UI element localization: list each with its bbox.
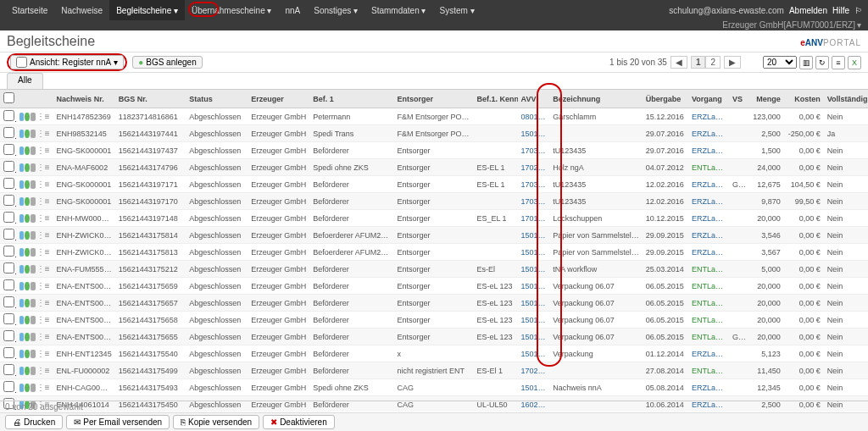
columns-icon[interactable]: ▥ bbox=[799, 56, 813, 69]
col-header[interactable]: Entsorger bbox=[393, 90, 473, 108]
table-row[interactable]: ⋮≡ENG-SK00000115621443197170Abgeschlosse… bbox=[0, 193, 868, 210]
doc-icon[interactable] bbox=[19, 265, 25, 274]
row-checkbox[interactable] bbox=[3, 178, 14, 189]
status-icon[interactable] bbox=[25, 180, 30, 189]
col-header[interactable]: Vollständig abgerechnet bbox=[824, 90, 868, 108]
doc-icon[interactable] bbox=[19, 214, 25, 223]
doc-icon[interactable] bbox=[19, 163, 25, 172]
table-row[interactable]: ⋮≡ENA-ENTS000315621443175659Abgeschlosse… bbox=[0, 278, 868, 295]
row-checkbox[interactable] bbox=[3, 279, 14, 290]
status-icon[interactable] bbox=[25, 350, 30, 358]
pager-next[interactable]: ▶ bbox=[724, 56, 741, 69]
flag-icon[interactable]: 🏳 bbox=[854, 6, 863, 15]
doc-icon[interactable] bbox=[19, 299, 25, 307]
table-row[interactable]: ⋮≡ENH9853214515621443197441Abgeschlossen… bbox=[0, 125, 868, 142]
table-row[interactable]: ⋮≡ENA-MAF600215621443174796Abgeschlossen… bbox=[0, 159, 868, 176]
col-header[interactable]: Erzeuger bbox=[248, 90, 309, 108]
menu-icon[interactable] bbox=[31, 248, 36, 257]
menu-icon[interactable] bbox=[31, 197, 36, 206]
col-header[interactable]: Übergabe bbox=[643, 90, 688, 108]
menu-icon[interactable] bbox=[31, 146, 36, 155]
menu-icon[interactable] bbox=[31, 163, 36, 172]
col-header[interactable]: Kosten bbox=[784, 90, 824, 108]
doc-icon[interactable] bbox=[19, 146, 25, 155]
col-header[interactable] bbox=[0, 90, 16, 108]
view-toggle[interactable]: Ansicht: Register nnA▾ bbox=[10, 55, 124, 69]
table-row[interactable]: ⋮≡ENG-SK00000115621443197437Abgeschlosse… bbox=[0, 142, 868, 159]
col-header[interactable]: AVV bbox=[518, 90, 550, 108]
status-icon[interactable] bbox=[25, 333, 30, 341]
nav-system[interactable]: System ▾ bbox=[432, 0, 481, 20]
status-icon[interactable] bbox=[25, 248, 30, 257]
doc-icon[interactable] bbox=[19, 384, 25, 392]
menu-icon[interactable] bbox=[31, 231, 36, 240]
table-row[interactable]: ⋮≡ENA-ENTS000315621443175658Abgeschlosse… bbox=[0, 312, 868, 329]
row-checkbox[interactable] bbox=[3, 246, 14, 257]
table-row[interactable]: ⋮≡ENH-ENT1234515621443175540Abgeschlosse… bbox=[0, 345, 868, 362]
menu-icon[interactable] bbox=[31, 316, 36, 324]
table-row[interactable]: ⋮≡ENG-SK00000115621443197171Abgeschlosse… bbox=[0, 176, 868, 193]
table-row[interactable]: ⋮≡ENH-CAG0000115621443175493Abgeschlosse… bbox=[0, 379, 868, 396]
export-icon[interactable]: X bbox=[848, 56, 861, 69]
help-link[interactable]: Hilfe bbox=[832, 6, 849, 15]
tab-alle[interactable]: Alle bbox=[7, 73, 43, 89]
status-icon[interactable] bbox=[25, 130, 30, 138]
email-button[interactable]: ✉Per Email versenden bbox=[66, 415, 170, 429]
more-icon[interactable]: ⋮≡ bbox=[36, 298, 50, 307]
col-header[interactable]: Bezeichnung bbox=[549, 90, 643, 108]
more-icon[interactable]: ⋮≡ bbox=[36, 315, 50, 324]
doc-icon[interactable] bbox=[19, 113, 25, 121]
table-row[interactable]: ⋮≡ENH14785236911823714816861Abgeschlosse… bbox=[0, 108, 868, 125]
list-icon[interactable]: ≡ bbox=[832, 56, 845, 69]
page-size-select[interactable]: 20 bbox=[763, 56, 797, 69]
more-icon[interactable]: ⋮≡ bbox=[36, 230, 50, 240]
more-icon[interactable]: ⋮≡ bbox=[36, 112, 50, 121]
more-icon[interactable]: ⋮≡ bbox=[36, 180, 50, 189]
nav-sonstiges[interactable]: Sonstiges ▾ bbox=[307, 0, 364, 20]
more-icon[interactable]: ⋮≡ bbox=[36, 264, 50, 274]
view-checkbox[interactable] bbox=[16, 57, 27, 68]
deactivate-button[interactable]: ✖Deaktivieren bbox=[263, 415, 335, 429]
row-checkbox[interactable] bbox=[3, 262, 14, 274]
pager-prev[interactable]: ◀ bbox=[670, 56, 687, 69]
more-icon[interactable]: ⋮≡ bbox=[36, 383, 50, 392]
more-icon[interactable]: ⋮≡ bbox=[36, 281, 50, 290]
menu-icon[interactable] bbox=[31, 265, 36, 274]
pager-page-1[interactable]: 1 bbox=[691, 56, 706, 69]
col-header[interactable]: Bef.1. Kennz. bbox=[473, 90, 517, 108]
nav-nna[interactable]: nnA bbox=[279, 0, 308, 20]
col-header[interactable]: Status bbox=[186, 90, 248, 108]
col-header[interactable]: VS bbox=[729, 90, 748, 108]
col-header[interactable]: BGS Nr. bbox=[115, 90, 186, 108]
menu-icon[interactable] bbox=[31, 299, 36, 307]
more-icon[interactable]: ⋮≡ bbox=[36, 146, 50, 155]
menu-icon[interactable] bbox=[31, 367, 36, 375]
col-header[interactable]: Nachweis Nr. bbox=[53, 90, 115, 108]
logout-link[interactable]: Abmelden bbox=[789, 6, 827, 15]
col-header[interactable] bbox=[16, 90, 53, 108]
row-checkbox[interactable] bbox=[3, 195, 14, 206]
pager-page-2[interactable]: 2 bbox=[705, 56, 721, 69]
menu-icon[interactable] bbox=[31, 180, 36, 189]
doc-icon[interactable] bbox=[19, 282, 25, 290]
more-icon[interactable]: ⋮≡ bbox=[36, 163, 50, 172]
create-bgs-button[interactable]: ●BGS anlegen bbox=[132, 56, 203, 69]
doc-icon[interactable] bbox=[19, 350, 25, 358]
table-row[interactable]: ⋮≡ENL-FU00000215621443175499Abgeschlosse… bbox=[0, 362, 868, 379]
row-checkbox[interactable] bbox=[3, 330, 14, 341]
doc-icon[interactable] bbox=[19, 180, 25, 189]
menu-icon[interactable] bbox=[31, 113, 36, 121]
status-icon[interactable] bbox=[25, 367, 30, 375]
status-icon[interactable] bbox=[25, 299, 30, 307]
row-checkbox[interactable] bbox=[3, 127, 14, 138]
table-row[interactable]: ⋮≡ENA-FUM5555515621443175212Abgeschlosse… bbox=[0, 261, 868, 278]
row-checkbox[interactable] bbox=[3, 313, 14, 324]
menu-icon[interactable] bbox=[31, 350, 36, 358]
status-icon[interactable] bbox=[25, 214, 30, 223]
status-icon[interactable] bbox=[25, 146, 30, 155]
status-icon[interactable] bbox=[25, 113, 30, 121]
doc-icon[interactable] bbox=[19, 367, 25, 375]
table-row[interactable]: ⋮≡ENH-ZWICK00115621443175814Abgeschlosse… bbox=[0, 227, 868, 244]
more-icon[interactable]: ⋮≡ bbox=[36, 366, 50, 375]
menu-icon[interactable] bbox=[31, 130, 36, 138]
